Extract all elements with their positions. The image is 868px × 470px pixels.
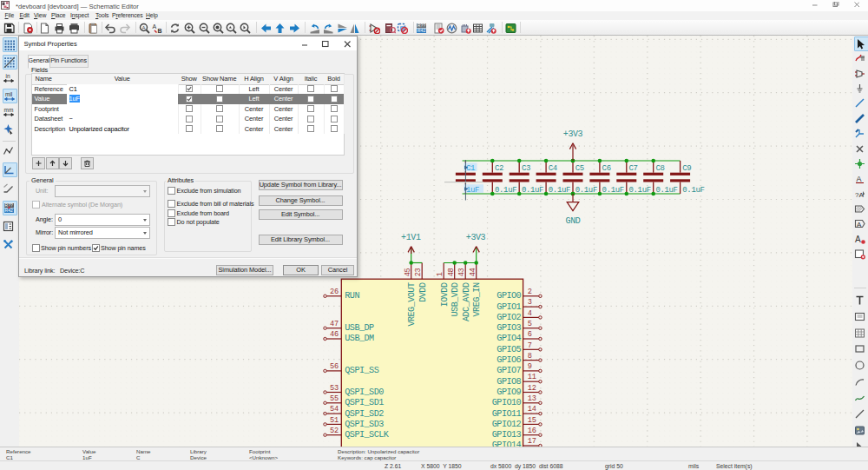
svg-text:GPIO6: GPIO6 [496,355,521,365]
svg-text:54: 54 [330,405,339,414]
svg-text:GND: GND [566,216,581,226]
svg-text:R42: R42 [418,28,426,33]
svg-text:3: 3 [528,298,532,307]
svg-text:0.1uF: 0.1uF [602,186,624,195]
svg-text:C4: C4 [549,164,557,173]
svg-text:GPIO7: GPIO7 [496,366,521,375]
svg-text:53: 53 [330,384,339,393]
svg-text:USB_DM: USB_DM [345,334,374,343]
svg-text:C5: C5 [575,164,584,173]
svg-text:mm: mm [3,107,13,113]
svg-text:mil: mil [5,90,13,96]
svg-text:VREG_IN: VREG_IN [472,282,482,316]
svg-text:VREG_VOUT: VREG_VOUT [407,282,417,327]
svg-text:44: 44 [469,268,477,276]
svg-text:QSPI_SD3: QSPI_SD3 [345,420,384,429]
svg-text:GPIO12: GPIO12 [492,420,522,429]
svg-text:+3V3: +3V3 [563,129,583,139]
svg-text:A: A [141,25,145,30]
svg-text:47: 47 [330,320,339,328]
svg-text:GPIO10: GPIO10 [492,398,522,407]
svg-text:C3: C3 [522,164,530,173]
svg-text:USB_VDD: USB_VDD [450,282,460,316]
svg-text:GPIO11: GPIO11 [492,409,522,419]
svg-text:RUN: RUN [345,291,359,301]
svg-text:GPIO5: GPIO5 [496,345,521,354]
svg-text:IOVDD: IOVDD [440,282,450,307]
svg-text:11: 11 [528,373,536,381]
svg-text:12: 12 [528,384,536,393]
svg-text:QSPI_SD1: QSPI_SD1 [345,398,384,407]
svg-text:C2: C2 [495,164,503,173]
svg-text:A: A [857,221,862,228]
svg-text:C7: C7 [629,164,638,173]
svg-text:14: 14 [528,405,536,414]
svg-text:GPIO1: GPIO1 [496,302,521,312]
svg-text:B: B [158,28,162,34]
svg-text:?A: ?A [855,190,864,198]
svg-text:0.1uF: 0.1uF [655,186,677,195]
svg-text:GPIO0: GPIO0 [496,291,521,301]
svg-text:8: 8 [528,352,532,361]
svg-text:0.1uF: 0.1uF [575,186,597,195]
svg-text:43: 43 [457,268,466,276]
svg-text:6: 6 [528,330,532,339]
svg-text:A: A [153,23,157,30]
svg-text:52: 52 [330,427,339,435]
svg-text:13: 13 [528,394,536,403]
svg-text:5: 5 [528,320,532,328]
svg-text:QSPI_SCLK: QSPI_SCLK [345,430,390,440]
svg-text:GPIO3: GPIO3 [496,323,521,333]
svg-text:ADC_AVDD: ADC_AVDD [462,282,471,321]
svg-text:45: 45 [404,268,412,276]
svg-text:C8: C8 [655,164,664,173]
svg-text:0.1uF: 0.1uF [682,186,704,195]
svg-text:in: in [5,73,10,79]
svg-text:QSPI_SS: QSPI_SS [345,366,378,375]
svg-text:GPIO9: GPIO9 [496,387,521,397]
svg-text:7: 7 [528,341,532,350]
svg-text:0.1uF: 0.1uF [522,186,543,195]
svg-text:GPIO13: GPIO13 [492,430,522,440]
svg-text:0.1uF: 0.1uF [549,186,570,195]
svg-text:GPIO14: GPIO14 [492,440,522,447]
svg-text:+1V1: +1V1 [401,233,421,242]
svg-text:USB_DP: USB_DP [345,323,374,333]
svg-text:GPIO2: GPIO2 [496,313,521,322]
svg-text:C1: C1 [466,164,475,173]
svg-text:4: 4 [528,309,532,318]
svg-text:A: A [856,175,861,183]
svg-text:+3V3: +3V3 [466,233,486,242]
svg-text:GPIO8: GPIO8 [496,377,521,387]
svg-text:0.1uF: 0.1uF [629,186,651,195]
svg-text:9: 9 [528,362,532,371]
svg-text:A: A [855,235,861,244]
svg-text:1: 1 [436,272,444,276]
svg-text:GPIO4: GPIO4 [496,334,521,343]
svg-text:23: 23 [414,268,423,276]
svg-text:15: 15 [528,416,536,425]
svg-text:55: 55 [330,394,339,403]
svg-text:51: 51 [330,416,339,425]
svg-text:QSPI_SD2: QSPI_SD2 [345,409,384,419]
svg-text:R42: R42 [4,208,12,213]
svg-text:0.1uF: 0.1uF [495,186,516,195]
svg-text:2: 2 [528,288,532,296]
svg-text:48: 48 [447,268,456,276]
svg-text:QSPI_SD0: QSPI_SD0 [345,387,384,397]
svg-text:C9: C9 [682,164,691,173]
svg-text:16: 16 [528,427,536,435]
svg-text:1uF: 1uF [466,186,479,195]
svg-text:46: 46 [330,330,339,339]
svg-text:56: 56 [330,362,339,371]
svg-text:DVDD: DVDD [418,282,428,302]
svg-text:26: 26 [330,288,339,296]
svg-text:17: 17 [528,437,536,446]
svg-text:C6: C6 [602,164,611,173]
